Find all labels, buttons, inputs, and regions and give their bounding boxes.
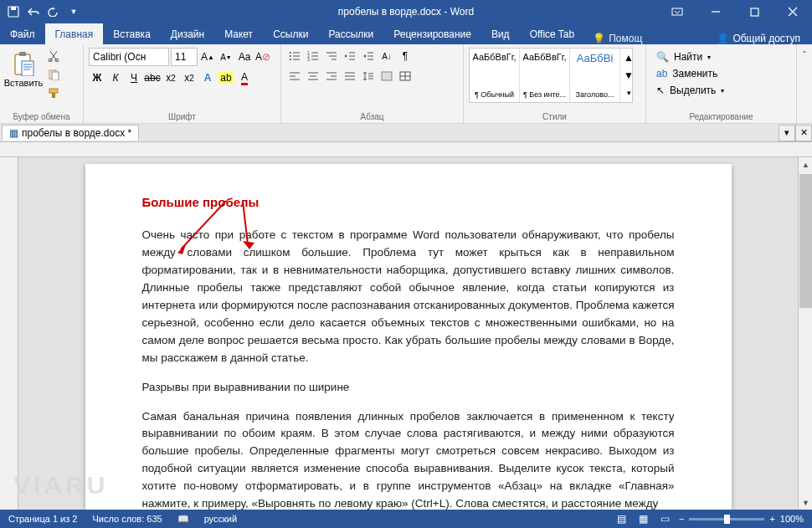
group-styles-label: Стили bbox=[469, 112, 640, 123]
doc-heading: Большие пробелы bbox=[142, 192, 675, 212]
numbering-button[interactable]: 123 bbox=[305, 48, 321, 64]
replace-icon: ab bbox=[656, 68, 667, 79]
align-center-button[interactable] bbox=[305, 68, 321, 85]
style-no-spacing[interactable]: АаБбВвГг, ¶ Без инте... bbox=[520, 49, 570, 102]
status-language[interactable]: русский bbox=[204, 514, 237, 524]
zoom-in-button[interactable]: + bbox=[769, 514, 774, 524]
tell-me-button[interactable]: 💡 Помощ bbox=[584, 33, 650, 44]
group-clipboard-label: Буфер обмена bbox=[5, 112, 78, 123]
styles-scroll-down[interactable]: ▼ bbox=[620, 66, 637, 84]
show-marks-button[interactable]: ¶ bbox=[397, 48, 414, 64]
underline-button[interactable]: Ч bbox=[126, 69, 142, 86]
highlight-button[interactable]: ab bbox=[218, 69, 234, 86]
zoom-slider[interactable] bbox=[689, 518, 764, 520]
font-color-button[interactable]: A bbox=[236, 69, 253, 86]
cut-button[interactable] bbox=[45, 48, 62, 64]
svg-point-8 bbox=[49, 59, 52, 62]
bold-button[interactable]: Ж bbox=[89, 69, 105, 86]
tab-references[interactable]: Ссылки bbox=[263, 23, 318, 44]
doc-tab-close[interactable]: ✕ bbox=[795, 125, 812, 141]
italic-button[interactable]: К bbox=[107, 69, 124, 86]
styles-expand[interactable]: ▾ bbox=[620, 85, 637, 102]
maximize-button[interactable] bbox=[735, 0, 773, 23]
svg-rect-11 bbox=[52, 72, 59, 80]
find-button[interactable]: 🔍 Найти▾ bbox=[653, 49, 727, 64]
zoom-level[interactable]: 100% bbox=[780, 514, 804, 524]
save-icon[interactable] bbox=[5, 3, 22, 20]
change-case-button[interactable]: Aa bbox=[236, 49, 253, 65]
subscript-button[interactable]: x2 bbox=[162, 69, 179, 86]
doc-paragraph-2: Разрывы при выравнивании по ширине bbox=[142, 379, 675, 397]
font-name-input[interactable] bbox=[89, 48, 169, 66]
tab-mailings[interactable]: Рассылки bbox=[318, 23, 383, 44]
svg-rect-6 bbox=[19, 52, 26, 56]
vertical-ruler[interactable] bbox=[0, 157, 18, 510]
strike-button[interactable]: abc bbox=[144, 69, 161, 86]
style-normal[interactable]: АаБбВвГг, ¶ Обычный bbox=[470, 49, 520, 102]
style-heading1[interactable]: АаБбВі Заголово... bbox=[570, 49, 620, 102]
window-title: пробелы в ворде.docx - Word bbox=[338, 6, 474, 18]
superscript-button[interactable]: x2 bbox=[181, 69, 198, 86]
vertical-scrollbar[interactable]: ▲ ▼ bbox=[798, 157, 812, 510]
grow-font-button[interactable]: A▲ bbox=[199, 49, 216, 65]
shrink-font-button[interactable]: A▼ bbox=[218, 49, 234, 65]
styles-scroll-up[interactable]: ▲ bbox=[620, 49, 637, 66]
scroll-thumb[interactable] bbox=[799, 174, 812, 308]
status-word-count[interactable]: Число слов: 635 bbox=[92, 514, 162, 524]
tab-office-tab[interactable]: Office Tab bbox=[520, 23, 585, 44]
svg-point-18 bbox=[290, 59, 291, 60]
tab-layout[interactable]: Макет bbox=[214, 23, 263, 44]
tab-review[interactable]: Рецензирование bbox=[383, 23, 481, 44]
word-doc-icon: ▦ bbox=[9, 127, 18, 139]
text-effects-button[interactable]: A bbox=[199, 69, 216, 86]
tab-insert[interactable]: Вставка bbox=[103, 23, 161, 44]
status-page[interactable]: Страница 1 из 2 bbox=[8, 514, 77, 524]
qat-dropdown-icon[interactable]: ▼ bbox=[65, 3, 82, 20]
view-web-layout[interactable]: ▭ bbox=[657, 510, 674, 527]
scroll-up-button[interactable]: ▲ bbox=[799, 157, 812, 172]
clear-format-button[interactable]: A⊘ bbox=[254, 49, 271, 65]
zoom-out-button[interactable]: − bbox=[679, 514, 684, 524]
doc-tab-dropdown[interactable]: ▾ bbox=[779, 125, 795, 141]
view-read-mode[interactable]: ▤ bbox=[614, 510, 630, 527]
close-button[interactable] bbox=[773, 0, 812, 23]
align-left-button[interactable] bbox=[286, 68, 303, 85]
svg-point-14 bbox=[290, 52, 291, 54]
copy-button[interactable] bbox=[45, 66, 62, 83]
align-justify-button[interactable] bbox=[342, 68, 358, 85]
tab-design[interactable]: Дизайн bbox=[161, 23, 214, 44]
svg-rect-13 bbox=[52, 93, 55, 98]
paste-label: Вставить bbox=[4, 78, 44, 88]
view-print-layout[interactable]: ▦ bbox=[635, 510, 652, 527]
increase-indent-button[interactable] bbox=[360, 48, 377, 64]
format-painter-button[interactable] bbox=[45, 85, 62, 101]
tab-home[interactable]: Главная bbox=[45, 23, 104, 44]
multilevel-button[interactable] bbox=[323, 48, 340, 64]
tab-file[interactable]: Файл bbox=[0, 23, 45, 44]
undo-icon[interactable] bbox=[25, 3, 42, 20]
select-button[interactable]: ↖ Выделить▾ bbox=[653, 83, 727, 98]
collapse-ribbon-button[interactable]: ˆ bbox=[797, 48, 812, 64]
replace-button[interactable]: ab Заменить bbox=[653, 66, 727, 81]
group-editing-label: Редактирование bbox=[651, 112, 791, 123]
minimize-button[interactable] bbox=[696, 0, 735, 23]
bullets-button[interactable] bbox=[286, 48, 303, 64]
line-spacing-button[interactable] bbox=[360, 68, 377, 85]
shading-button[interactable] bbox=[378, 68, 395, 85]
sort-button[interactable]: A↓ bbox=[378, 48, 395, 64]
scroll-down-button[interactable]: ▼ bbox=[799, 495, 812, 510]
ribbon-options-button[interactable] bbox=[658, 0, 696, 23]
decrease-indent-button[interactable] bbox=[342, 48, 358, 64]
redo-icon[interactable] bbox=[45, 3, 62, 20]
borders-button[interactable] bbox=[397, 68, 414, 85]
horizontal-ruler[interactable]: /*segments*/ bbox=[0, 142, 812, 157]
tab-view[interactable]: Вид bbox=[481, 23, 520, 44]
document-tab[interactable]: ▦ пробелы в ворде.docx * bbox=[2, 125, 139, 141]
document-page[interactable]: Большие пробелы Очень часто при работе с… bbox=[85, 164, 732, 510]
styles-gallery[interactable]: АаБбВвГг, ¶ Обычный АаБбВвГг, ¶ Без инте… bbox=[469, 48, 633, 103]
paste-button[interactable]: Вставить bbox=[5, 48, 42, 91]
font-size-input[interactable] bbox=[171, 48, 198, 66]
status-spellcheck-icon[interactable]: 📖 bbox=[177, 514, 189, 525]
align-right-button[interactable] bbox=[323, 68, 340, 85]
share-button[interactable]: 👤 Общий доступ bbox=[705, 33, 812, 44]
